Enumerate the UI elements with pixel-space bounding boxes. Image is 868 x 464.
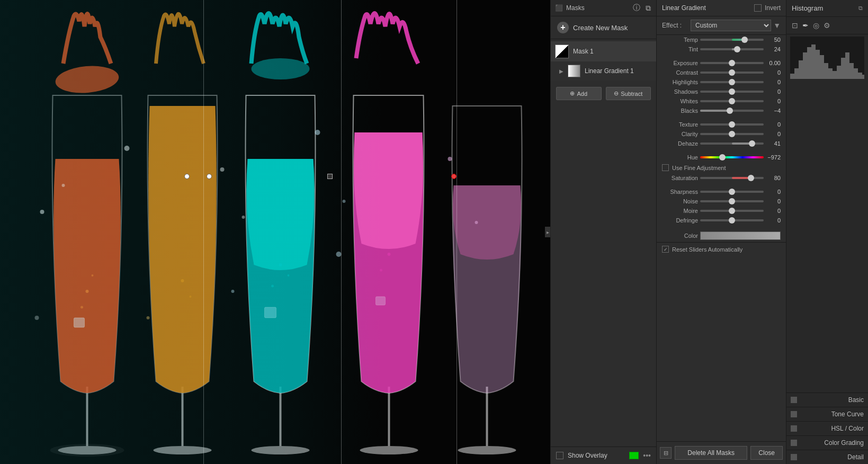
sharpness-label: Sharpness: [662, 189, 698, 195]
fine-adjustment-checkbox[interactable]: [662, 164, 669, 171]
histogram-expand-icon[interactable]: ⧉: [858, 5, 863, 12]
effect-row: Effect : Custom Temp ▼: [657, 16, 786, 35]
dehaze-thumb[interactable]: [749, 140, 755, 147]
settings-tool-icon[interactable]: ⚙: [824, 21, 830, 30]
detail-section-label: Detail: [800, 453, 864, 461]
texture-slider[interactable]: [700, 123, 764, 126]
tint-label: Tint: [662, 46, 698, 52]
bottom-icon-btn[interactable]: ⊟: [660, 447, 672, 459]
masks-panel-dot: ⬛: [555, 4, 563, 12]
linear-gradient-thumbnail: [568, 65, 580, 77]
masks-panel-title: Masks: [566, 4, 629, 12]
mask-handle-red[interactable]: [451, 174, 457, 179]
mask-handle-center[interactable]: [207, 174, 212, 179]
masks-expand-btn[interactable]: ⧉: [645, 4, 652, 13]
heal-tool-icon[interactable]: ✒: [802, 21, 809, 30]
svg-rect-46: [811, 44, 816, 79]
hue-thumb[interactable]: [719, 154, 726, 160]
svg-point-25: [336, 252, 342, 257]
svg-rect-54: [845, 52, 849, 79]
svg-rect-28: [265, 307, 276, 318]
hue-slider[interactable]: [700, 156, 764, 158]
color-grading-section[interactable]: Color Grading: [786, 435, 868, 450]
shadows-thumb[interactable]: [729, 88, 735, 95]
delete-all-masks-btn[interactable]: Delete All Masks: [675, 446, 747, 460]
tint-slider[interactable]: [700, 48, 764, 50]
sharpness-thumb[interactable]: [729, 189, 735, 195]
svg-rect-29: [376, 297, 386, 305]
masks-info-btn[interactable]: ⓘ: [632, 3, 641, 13]
moire-slider[interactable]: [700, 210, 764, 212]
overlay-color-swatch[interactable]: [629, 452, 639, 459]
svg-rect-48: [820, 55, 824, 79]
highlights-slider[interactable]: [700, 81, 764, 83]
defringe-thumb[interactable]: [729, 217, 735, 224]
right-panels: ⬛ Masks ⓘ ⧉ + Create New Mask Mask 1: [550, 0, 868, 464]
overlay-more-btn[interactable]: •••: [643, 451, 651, 460]
sub-item-arrow: ▶: [559, 68, 563, 74]
exposure-thumb[interactable]: [729, 60, 735, 66]
tone-curve-section-label: Tone Curve: [800, 411, 864, 418]
temp-slider[interactable]: [700, 39, 764, 41]
tint-thumb[interactable]: [734, 46, 740, 52]
contrast-slider[interactable]: [700, 72, 764, 74]
dehaze-slider[interactable]: [700, 142, 764, 145]
clarity-slider[interactable]: [700, 133, 764, 135]
masks-header-icons: ⓘ ⧉: [632, 3, 652, 13]
noise-slider[interactable]: [700, 200, 764, 202]
fine-adjustment-label: Use Fine Adjustment: [672, 165, 726, 171]
basic-section[interactable]: Basic: [786, 392, 868, 407]
shadows-label: Shadows: [662, 88, 698, 95]
clarity-thumb[interactable]: [729, 131, 735, 137]
noise-thumb[interactable]: [729, 198, 735, 204]
show-overlay-checkbox[interactable]: [556, 452, 563, 459]
crop-tool-icon[interactable]: ⊡: [792, 21, 798, 30]
svg-point-3: [58, 446, 117, 454]
contrast-thumb[interactable]: [729, 69, 735, 76]
subtract-icon: ⊖: [614, 90, 619, 97]
close-btn[interactable]: Close: [750, 446, 783, 460]
temp-thumb[interactable]: [741, 37, 748, 43]
add-mask-btn[interactable]: ⊕ Add: [556, 87, 602, 100]
linear-gradient-sub-item[interactable]: ▶ Linear Gradient 1: [551, 61, 656, 81]
mask-handle-left[interactable]: [184, 174, 190, 179]
right-panel-toggle[interactable]: ▸: [545, 227, 550, 237]
moire-thumb[interactable]: [729, 208, 735, 214]
tone-curve-section[interactable]: Tone Curve: [786, 407, 868, 421]
blacks-thumb[interactable]: [727, 108, 733, 114]
color-swatch[interactable]: [700, 231, 781, 240]
svg-point-22: [475, 221, 478, 224]
svg-point-15: [62, 184, 65, 187]
saturation-thumb[interactable]: [748, 175, 754, 181]
effect-select[interactable]: Custom Temp: [691, 20, 771, 31]
create-new-mask-btn[interactable]: + Create New Mask: [551, 16, 656, 39]
texture-thumb[interactable]: [729, 121, 735, 128]
hsl-color-section-label: HSL / Color: [800, 425, 864, 432]
subtract-mask-btn[interactable]: ⊖ Subtract: [606, 87, 651, 100]
hue-label: Hue: [662, 154, 698, 160]
saturation-slider[interactable]: [700, 177, 764, 179]
exposure-slider[interactable]: [700, 62, 764, 64]
invert-checkbox[interactable]: [754, 4, 762, 12]
svg-point-8: [252, 446, 310, 454]
eye-tool-icon[interactable]: ◎: [813, 21, 819, 30]
svg-rect-44: [803, 52, 807, 79]
sharpness-slider[interactable]: [700, 191, 764, 193]
reset-sliders-checkbox[interactable]: ✓: [662, 246, 669, 253]
highlights-label: Highlights: [662, 79, 698, 85]
shadows-slider[interactable]: [700, 91, 764, 93]
mask1-label: Mask 1: [573, 48, 652, 55]
whites-thumb[interactable]: [729, 98, 735, 104]
mask-item-1[interactable]: Mask 1: [551, 41, 656, 61]
svg-point-37: [288, 274, 290, 276]
color-row: Color: [657, 229, 786, 242]
detail-section[interactable]: Detail: [786, 450, 868, 464]
adjustments-panel: Linear Gradient Invert Effect : Custom T…: [656, 0, 786, 464]
blacks-slider[interactable]: [700, 110, 764, 112]
clarity-slider-row: Clarity 0: [657, 129, 786, 139]
whites-slider[interactable]: [700, 100, 764, 102]
mask-handle-square[interactable]: [327, 174, 333, 179]
hsl-color-section[interactable]: HSL / Color: [786, 421, 868, 435]
highlights-thumb[interactable]: [729, 79, 735, 85]
defringe-slider[interactable]: [700, 219, 764, 221]
